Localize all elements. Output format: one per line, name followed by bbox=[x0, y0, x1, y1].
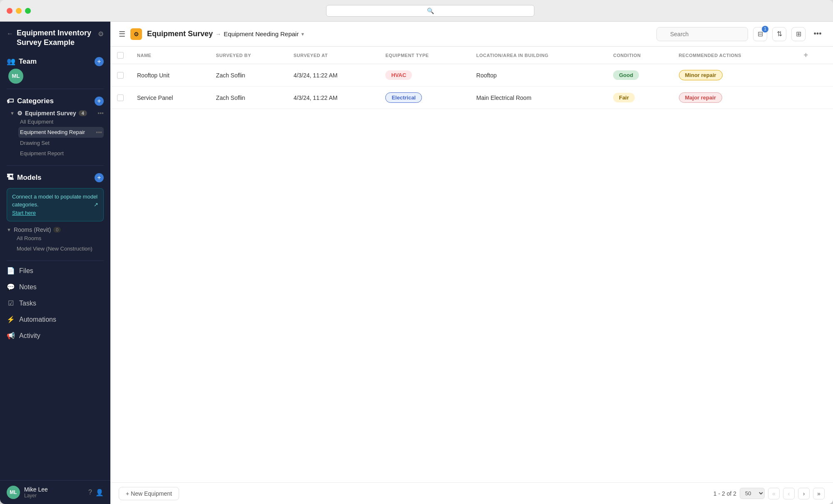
table-row[interactable]: Service Panel Zach Soflin 4/3/24, 11:22 … bbox=[110, 87, 833, 109]
survey-gear-icon: ⚙ bbox=[130, 28, 142, 40]
category-menu-icon[interactable]: ••• bbox=[97, 110, 104, 117]
col-condition: Condition bbox=[606, 47, 672, 64]
sidebar-item-files[interactable]: 📄 Files bbox=[0, 263, 110, 279]
table-header: Name Surveyed By Surveyed At Equipment T… bbox=[110, 47, 833, 64]
topbar-survey-title[interactable]: Equipment Survey bbox=[147, 30, 213, 38]
team-icon: 👥 bbox=[7, 57, 15, 66]
col-surveyed-at: Surveyed At bbox=[287, 47, 379, 64]
category-item-header[interactable]: ▼ ⚙ Equipment Survey 4 ••• bbox=[10, 110, 104, 117]
sidebar-title: Equipment Inventory Survey Example bbox=[17, 28, 98, 48]
cell-equipment-type: Electrical bbox=[379, 87, 469, 109]
user-icon[interactable]: 👤 bbox=[95, 489, 104, 497]
title-bar-center: 🔍 bbox=[34, 5, 826, 17]
pagination-first-button[interactable]: « bbox=[768, 488, 780, 499]
cell-surveyed-at: 4/3/24, 11:22 AM bbox=[287, 87, 379, 109]
sub-item-drawing-set[interactable]: Drawing Set bbox=[18, 138, 104, 148]
more-options-button[interactable]: ••• bbox=[811, 27, 825, 41]
close-button[interactable] bbox=[7, 8, 12, 14]
cell-condition: Good bbox=[606, 64, 672, 87]
breadcrumb: Equipment Survey → Equipment Needing Rep… bbox=[147, 30, 305, 38]
back-icon[interactable]: ← bbox=[7, 30, 13, 37]
files-icon: 📄 bbox=[7, 267, 15, 275]
pagination-last-button[interactable]: » bbox=[813, 488, 825, 499]
cell-recommended-actions: Major repair bbox=[672, 87, 794, 109]
automations-icon: ⚡ bbox=[7, 315, 15, 323]
breadcrumb-arrow-icon: → bbox=[215, 31, 221, 37]
filter-button[interactable]: ⊟ 1 bbox=[753, 27, 767, 41]
sidebar-item-automations[interactable]: ⚡ Automations bbox=[0, 311, 110, 328]
sub-item-equipment-needing-repair[interactable]: Equipment Needing Repair ••• bbox=[18, 127, 104, 138]
menu-icon[interactable]: ☰ bbox=[119, 30, 125, 39]
header-row: Name Surveyed By Surveyed At Equipment T… bbox=[110, 47, 833, 64]
cell-surveyed-by: Zach Soflin bbox=[209, 87, 287, 109]
categories-section: 🏷 Categories + ▼ ⚙ Equipment Survey 4 ••… bbox=[0, 91, 110, 164]
new-equipment-button[interactable]: + New Equipment bbox=[119, 487, 179, 500]
table-container: Name Surveyed By Surveyed At Equipment T… bbox=[110, 47, 833, 482]
row-checkbox[interactable] bbox=[117, 94, 124, 101]
url-search-icon: 🔍 bbox=[427, 7, 434, 14]
sidebar-header: ← Equipment Inventory Survey Example ⚙ bbox=[0, 22, 110, 51]
help-icon[interactable]: ? bbox=[88, 489, 92, 497]
col-surveyed-by: Surveyed By bbox=[209, 47, 287, 64]
col-equipment-type: Equipment Type bbox=[379, 47, 469, 64]
sidebar-item-tasks[interactable]: ☑ Tasks bbox=[0, 295, 110, 311]
categories-section-header[interactable]: 🏷 Categories + bbox=[7, 94, 104, 108]
add-category-button[interactable]: + bbox=[95, 97, 104, 106]
hint-arrow-icon: ↗ bbox=[94, 201, 98, 209]
filter-icon: ⊟ bbox=[758, 30, 763, 38]
sort-button[interactable]: ⇅ bbox=[772, 27, 786, 41]
minimize-button[interactable] bbox=[16, 8, 22, 14]
grid-view-button[interactable]: ⊞ bbox=[791, 27, 806, 41]
activity-icon: 📢 bbox=[7, 332, 15, 340]
maximize-button[interactable] bbox=[25, 8, 31, 14]
table-body: Rooftop Unit Zach Soflin 4/3/24, 11:22 A… bbox=[110, 64, 833, 109]
row-checkbox-cell bbox=[110, 87, 130, 109]
cell-surveyed-by: Zach Soflin bbox=[209, 64, 287, 87]
models-title: 🏗 Models bbox=[7, 174, 42, 182]
sub-item-menu-icon[interactable]: ••• bbox=[96, 129, 102, 136]
select-all-checkbox[interactable] bbox=[117, 52, 124, 59]
cell-location: Main Electrical Room bbox=[470, 87, 607, 109]
sub-item-all-rooms[interactable]: All Rooms bbox=[15, 233, 104, 243]
condition-tag: Fair bbox=[613, 93, 635, 102]
sub-item-model-view[interactable]: Model View (New Construction) bbox=[15, 243, 104, 254]
equipment-type-tag: Electrical bbox=[385, 92, 422, 103]
settings-icon[interactable]: ⚙ bbox=[98, 30, 104, 38]
pagination: 1 - 2 of 2 50 100 « ‹ › » bbox=[713, 488, 825, 499]
pagination-next-button[interactable]: › bbox=[798, 488, 810, 499]
search-input[interactable] bbox=[656, 27, 748, 41]
row-checkbox[interactable] bbox=[117, 72, 124, 79]
add-column-button[interactable]: + bbox=[793, 47, 833, 64]
add-model-button[interactable]: + bbox=[95, 173, 104, 182]
topbar: ☰ ⚙ Equipment Survey → Equipment Needing… bbox=[110, 22, 833, 47]
traffic-lights bbox=[7, 8, 31, 14]
footer-icons: ? 👤 bbox=[88, 489, 104, 497]
sidebar-header-left: ← Equipment Inventory Survey Example bbox=[7, 28, 98, 48]
breadcrumb-dropdown-icon: ▼ bbox=[300, 32, 305, 37]
models-section-header[interactable]: 🏗 Models + bbox=[7, 171, 104, 185]
title-bar: 🔍 bbox=[0, 0, 833, 22]
cell-condition: Fair bbox=[606, 87, 672, 109]
sidebar-item-activity[interactable]: 📢 Activity bbox=[0, 328, 110, 344]
table-row[interactable]: Rooftop Unit Zach Soflin 4/3/24, 11:22 A… bbox=[110, 64, 833, 87]
cell-surveyed-at: 4/3/24, 11:22 AM bbox=[287, 64, 379, 87]
cell-equipment-type: HVAC bbox=[379, 64, 469, 87]
sub-item-all-equipment[interactable]: All Equipment bbox=[18, 117, 104, 127]
cell-extra bbox=[793, 87, 833, 109]
team-section-header[interactable]: 👥 Team + bbox=[7, 55, 104, 69]
breadcrumb-crumb[interactable]: Equipment Needing Repair ▼ bbox=[224, 30, 305, 37]
actions-tag: Minor repair bbox=[679, 70, 723, 80]
category-name: ▼ ⚙ Equipment Survey 4 bbox=[10, 110, 87, 117]
col-name: Name bbox=[130, 47, 209, 64]
start-here-link[interactable]: Start here bbox=[12, 210, 36, 216]
condition-tag: Good bbox=[613, 70, 639, 80]
rooms-header[interactable]: ▼ Rooms (Revit) 0 bbox=[7, 226, 104, 233]
pagination-prev-button[interactable]: ‹ bbox=[783, 488, 795, 499]
add-team-button[interactable]: + bbox=[95, 57, 104, 66]
sub-item-equipment-report[interactable]: Equipment Report bbox=[18, 148, 104, 159]
per-page-select[interactable]: 50 100 bbox=[740, 488, 765, 499]
tasks-icon: ☑ bbox=[7, 299, 15, 307]
sidebar-item-notes[interactable]: 💬 Notes bbox=[0, 279, 110, 295]
divider-2 bbox=[7, 165, 104, 166]
url-bar: 🔍 bbox=[326, 5, 534, 17]
